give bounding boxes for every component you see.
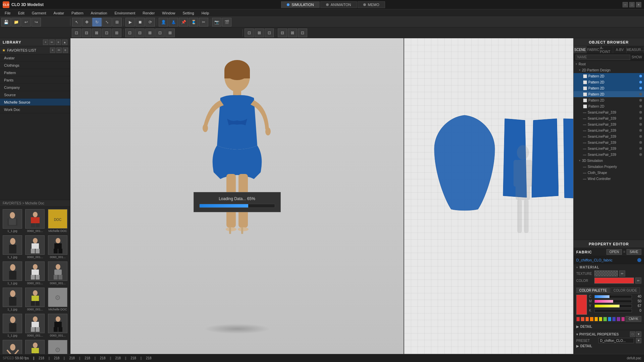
tb-reset[interactable]: ⟳ — [146, 18, 155, 26]
tree-item-seam-5[interactable]: — SeamLinePair_339 — [574, 133, 644, 139]
list-item[interactable]: ⚙ Michelle DOC — [47, 287, 69, 312]
list-item[interactable]: 0060_001... — [47, 313, 69, 338]
palette-color-9[interactable] — [616, 317, 620, 321]
preset-dropdown-btn[interactable]: ▼ — [636, 338, 641, 343]
cmyk-k-slider[interactable] — [594, 309, 632, 312]
texture-edit-button[interactable]: ✏ — [619, 270, 625, 277]
toolbar-redo[interactable]: ↪ — [32, 18, 41, 26]
tree-item-pattern2d-2[interactable]: ⬜ Pattern 2D — [574, 79, 644, 85]
tb3d-2[interactable]: ⊟ — [82, 28, 91, 37]
list-item[interactable]: 1_1.jpg — [1, 260, 23, 286]
toolbar-open[interactable]: 📁 — [11, 18, 21, 26]
list-item[interactable]: 0060_001... — [24, 287, 46, 312]
cmyk-c-slider[interactable] — [594, 295, 632, 298]
list-item[interactable]: 1_1.jpg — [1, 234, 23, 260]
list-item[interactable]: 0060_001... — [24, 260, 46, 286]
tree-item-2d-pattern-design[interactable]: ▾ 2D Parttern Design — [574, 67, 644, 73]
list-item[interactable]: 1_1.jpg — [1, 287, 23, 312]
texture-preview[interactable] — [594, 270, 618, 277]
tree-item-pattern2d-3[interactable]: ⬜ Pattern 2D — [574, 85, 644, 91]
tree-item-seam-4[interactable]: — SeamLinePair_339 — [574, 127, 644, 133]
tb2d-6[interactable]: ⊡ — [298, 28, 307, 37]
list-item[interactable]: 0060_001... — [47, 260, 69, 286]
library-action-1[interactable]: + — [43, 40, 48, 45]
list-item[interactable]: 0060_001... — [24, 208, 46, 234]
palette-color-3[interactable] — [590, 317, 593, 321]
menu-help[interactable]: Help — [198, 10, 213, 16]
phys-collapse-btn[interactable]: ▼ — [636, 331, 641, 337]
tree-item-seam-1[interactable]: — SeamLinePair_339 — [574, 109, 644, 115]
cmyk-m-slider[interactable] — [594, 300, 632, 303]
tb-render[interactable]: 🎬 — [222, 18, 231, 26]
tb-scale[interactable]: ⤡ — [102, 18, 112, 26]
list-item[interactable]: 1_1.jpg — [1, 208, 23, 234]
tree-item-seam-2[interactable]: — SeamLinePair_339 — [574, 115, 644, 121]
nav-source[interactable]: Source — [0, 91, 70, 99]
tree-item-seam-7[interactable]: — SeamLinePair_339 — [574, 145, 644, 152]
obj-tab-fabric[interactable]: FABRIC — [587, 46, 600, 53]
tree-item-pattern2d-4[interactable]: ⬜ Pattern 2D — [574, 91, 644, 97]
palette-color-7[interactable] — [608, 317, 611, 321]
preset-value[interactable]: D_chiffon_CLO... — [598, 338, 634, 343]
obj-tab-apoint[interactable]: A-POINT — [600, 46, 613, 53]
menu-edit[interactable]: Edit — [15, 10, 28, 16]
list-item[interactable]: 0060_001... — [24, 339, 46, 354]
obj-tab-scene[interactable]: SCENE — [574, 46, 587, 53]
tree-item-cloth-shape[interactable]: — Cloth_Shape — [574, 170, 644, 176]
color-guide-tab[interactable]: COLOR GUIDE — [610, 288, 640, 293]
tb2d-4[interactable]: ⊟ — [278, 28, 287, 37]
fabric-open-button[interactable]: OPEN — [606, 249, 622, 255]
palette-color-6[interactable] — [603, 317, 607, 321]
maximize-button[interactable]: □ — [629, 2, 635, 7]
nav-avatar[interactable]: Avatar — [0, 54, 70, 62]
nav-company[interactable]: Company — [0, 84, 70, 91]
tree-item-wind-controller[interactable]: — Wind Controller — [574, 176, 644, 182]
menu-garment[interactable]: Garment — [29, 10, 50, 16]
tb3d-10[interactable]: ⊠ — [165, 28, 175, 37]
tb3d-6[interactable]: ⊡ — [125, 28, 135, 37]
list-item[interactable]: 0060_001... — [24, 313, 46, 338]
tb-sew[interactable]: 🧵 — [189, 18, 198, 26]
tree-item-root[interactable]: ▾ Root — [574, 61, 644, 67]
obj-tab-abv[interactable]: A-BV — [613, 46, 626, 53]
nav-pants[interactable]: Pants — [0, 76, 70, 84]
list-item[interactable]: 0060_001... — [24, 234, 46, 260]
viewport-3d[interactable]: Loading Data... 65% — [70, 38, 404, 354]
palette-color-0[interactable] — [576, 317, 580, 321]
tb-avatar[interactable]: 👤 — [159, 18, 168, 26]
color-palette-tab[interactable]: COLOR PALETTE — [576, 288, 610, 293]
tab-animation[interactable]: ANIMAITON — [320, 1, 357, 8]
cmyk-y-slider[interactable] — [594, 304, 632, 308]
obj-show-button[interactable]: SHOW — [632, 55, 642, 59]
nav-pattern[interactable]: Pattern — [0, 69, 70, 76]
palette-color-10[interactable] — [621, 317, 625, 321]
tb-transform[interactable]: ⊞ — [112, 18, 122, 26]
tb-rotate[interactable]: ↻ — [92, 18, 102, 26]
menu-environment[interactable]: Environment — [111, 10, 139, 16]
tb3d-4[interactable]: ⊡ — [102, 28, 111, 37]
fav-menu[interactable]: ≡ — [63, 48, 68, 53]
tree-item-seam-8[interactable]: — SeamLinePair_339 — [574, 152, 644, 158]
tb-cut[interactable]: ✂ — [199, 18, 208, 26]
viewport-2d[interactable] — [404, 38, 574, 354]
menu-render[interactable]: Render — [139, 10, 158, 16]
tb3d-7[interactable]: ⊟ — [135, 28, 145, 37]
tb3d-8[interactable]: ⊠ — [145, 28, 155, 37]
library-action-2[interactable]: ✏ — [49, 40, 55, 45]
tree-item-sim-property[interactable]: — Simulation Property — [574, 164, 644, 170]
palette-color-5[interactable] — [599, 317, 602, 321]
minimize-button[interactable]: ─ — [623, 2, 628, 7]
tb-stop[interactable]: ⏹ — [136, 18, 145, 26]
tb2d-5[interactable]: ⊠ — [288, 28, 297, 37]
nav-clothings[interactable]: Clothings — [0, 62, 70, 69]
tree-item-pattern2d-1[interactable]: ⬜ Pattern 2D — [574, 73, 644, 79]
nav-michelle-source[interactable]: Michelle Source — [0, 99, 70, 106]
list-item[interactable]: ⚙ 0060_001... — [47, 339, 69, 354]
list-item[interactable]: DOC Michelle DOC — [47, 208, 69, 234]
tree-item-pattern2d-6[interactable]: ⬜ Pattern 2D — [574, 103, 644, 109]
palette-color-4[interactable] — [594, 317, 598, 321]
cmyk-button[interactable]: CMYK — [626, 316, 641, 322]
toolbar-undo[interactable]: ↩ — [21, 18, 31, 26]
fabric-save-button[interactable]: SAVE — [627, 249, 641, 255]
tb-camera[interactable]: 📷 — [212, 18, 221, 26]
